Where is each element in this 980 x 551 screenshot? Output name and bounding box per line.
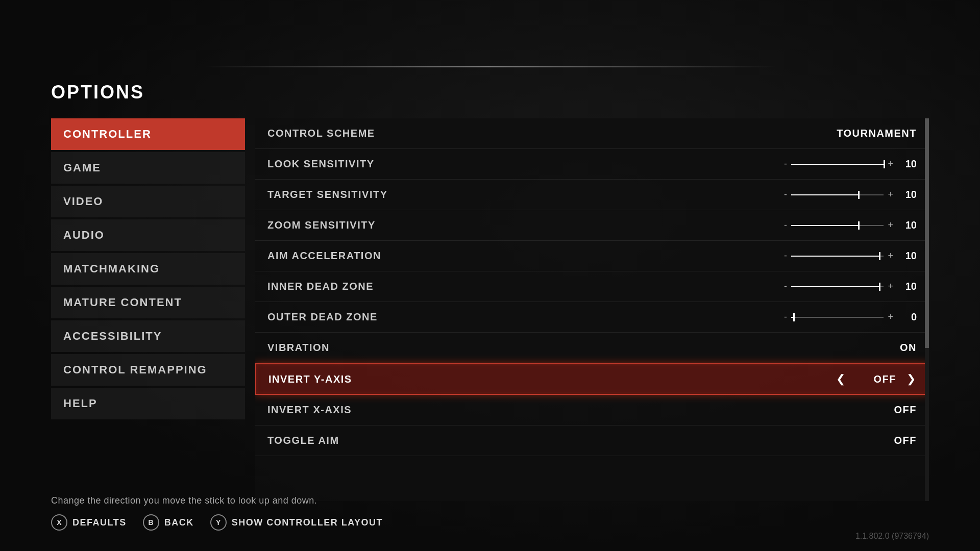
slider-minus-outer-dead-zone: -: [784, 312, 787, 322]
menu-item-game[interactable]: GAME: [51, 152, 245, 184]
setting-row-invert-y-axis[interactable]: INVERT Y-AXIS❮OFF❯: [255, 363, 929, 395]
menu-item-matchmaking[interactable]: MATCHMAKING: [51, 253, 245, 285]
top-divider: [204, 66, 776, 67]
slider-value-aim-acceleration: 10: [901, 250, 917, 262]
slider-minus-zoom-sensitivity: -: [784, 220, 787, 231]
slider-outer-dead-zone[interactable]: -+0: [784, 311, 917, 323]
setting-row-aim-acceleration: AIM ACCELERATION-+10: [255, 241, 929, 271]
setting-label-invert-y-axis: INVERT Y-AXIS: [268, 373, 836, 385]
slider-value-look-sensitivity: 10: [901, 158, 917, 170]
btn-key-defaults: X: [51, 514, 67, 531]
setting-label-control-scheme: CONTROL SCHEME: [267, 128, 837, 139]
menu-item-controller[interactable]: CONTROLLER: [51, 118, 245, 150]
menu-item-mature-content[interactable]: MATURE CONTENT: [51, 287, 245, 318]
setting-value-vibration: ON: [876, 342, 917, 354]
slider-target-sensitivity[interactable]: -+10: [784, 189, 917, 201]
menu-item-video[interactable]: VIDEO: [51, 186, 245, 217]
slider-track-look-sensitivity[interactable]: [791, 164, 884, 165]
setting-label-zoom-sensitivity: ZOOM SENSITIVITY: [267, 219, 784, 231]
hint-btn-show-controller[interactable]: YSHOW CONTROLLER LAYOUT: [210, 514, 383, 531]
slider-track-outer-dead-zone[interactable]: [791, 317, 884, 318]
scrollbar-thumb[interactable]: [925, 118, 929, 348]
slider-track-target-sensitivity[interactable]: [791, 194, 884, 195]
slider-plus-aim-acceleration: +: [888, 251, 893, 261]
content-layout: CONTROLLERGAMEVIDEOAUDIOMATCHMAKINGMATUR…: [51, 118, 929, 501]
setting-row-look-sensitivity: LOOK SENSITIVITY-+10: [255, 149, 929, 180]
btn-label-show-controller: SHOW CONTROLLER LAYOUT: [232, 517, 383, 528]
slider-plus-target-sensitivity: +: [888, 189, 893, 200]
slider-minus-look-sensitivity: -: [784, 159, 787, 169]
slider-value-target-sensitivity: 10: [901, 189, 917, 201]
setting-value-control-scheme: TOURNAMENT: [837, 128, 917, 139]
slider-value-outer-dead-zone: 0: [901, 311, 917, 323]
slider-track-zoom-sensitivity[interactable]: [791, 225, 884, 226]
button-hints: XDEFAULTSBBACKYSHOW CONTROLLER LAYOUT: [51, 514, 929, 531]
setting-label-look-sensitivity: LOOK SENSITIVITY: [267, 158, 784, 170]
arrow-left-invert-y-axis[interactable]: ❮: [836, 372, 845, 386]
slider-track-aim-acceleration[interactable]: [791, 256, 884, 257]
right-panel: CONTROL SCHEMETOURNAMENTLOOK SENSITIVITY…: [255, 118, 929, 501]
setting-value-toggle-aim: OFF: [876, 435, 917, 446]
slider-zoom-sensitivity[interactable]: -+10: [784, 219, 917, 231]
setting-row-vibration: VIBRATIONON: [255, 333, 929, 363]
slider-minus-aim-acceleration: -: [784, 251, 787, 261]
slider-look-sensitivity[interactable]: -+10: [784, 158, 917, 170]
setting-row-control-scheme: CONTROL SCHEMETOURNAMENT: [255, 118, 929, 149]
settings-list[interactable]: CONTROL SCHEMETOURNAMENTLOOK SENSITIVITY…: [255, 118, 929, 501]
slider-value-inner-dead-zone: 10: [901, 281, 917, 292]
slider-plus-outer-dead-zone: +: [888, 312, 893, 322]
slider-aim-acceleration[interactable]: -+10: [784, 250, 917, 262]
setting-row-outer-dead-zone: OUTER DEAD ZONE-+0: [255, 302, 929, 333]
btn-key-back: B: [143, 514, 159, 531]
slider-minus-inner-dead-zone: -: [784, 281, 787, 292]
page-title: OPTIONS: [51, 82, 929, 103]
arrow-control-invert-y-axis[interactable]: ❮OFF❯: [836, 372, 916, 386]
hint-btn-back[interactable]: BBACK: [143, 514, 194, 531]
btn-key-show-controller: Y: [210, 514, 227, 531]
left-menu: CONTROLLERGAMEVIDEOAUDIOMATCHMAKINGMATUR…: [51, 118, 245, 501]
setting-label-vibration: VIBRATION: [267, 342, 876, 354]
setting-label-toggle-aim: TOGGLE AIM: [267, 435, 876, 446]
setting-label-target-sensitivity: TARGET SENSITIVITY: [267, 189, 784, 201]
scrollbar-track: [925, 118, 929, 501]
setting-label-inner-dead-zone: INNER DEAD ZONE: [267, 281, 784, 292]
setting-label-aim-acceleration: AIM ACCELERATION: [267, 250, 784, 262]
slider-plus-zoom-sensitivity: +: [888, 220, 893, 231]
version-text: 1.1.802.0 (9736794): [855, 532, 929, 541]
hint-description: Change the direction you move the stick …: [51, 495, 929, 506]
menu-item-audio[interactable]: AUDIO: [51, 219, 245, 251]
slider-value-zoom-sensitivity: 10: [901, 219, 917, 231]
setting-label-outer-dead-zone: OUTER DEAD ZONE: [267, 311, 784, 323]
btn-label-defaults: DEFAULTS: [72, 517, 127, 528]
setting-row-zoom-sensitivity: ZOOM SENSITIVITY-+10: [255, 210, 929, 241]
setting-row-invert-x-axis: INVERT X-AXISOFF: [255, 395, 929, 425]
setting-value-invert-y-axis: OFF: [855, 373, 896, 385]
slider-plus-inner-dead-zone: +: [888, 281, 893, 292]
slider-track-inner-dead-zone[interactable]: [791, 286, 884, 287]
slider-inner-dead-zone[interactable]: -+10: [784, 281, 917, 292]
hint-btn-defaults[interactable]: XDEFAULTS: [51, 514, 127, 531]
menu-item-control-remapping[interactable]: CONTROL REMAPPING: [51, 354, 245, 386]
menu-item-help[interactable]: HELP: [51, 388, 245, 419]
main-container: OPTIONS CONTROLLERGAMEVIDEOAUDIOMATCHMAK…: [51, 82, 929, 510]
setting-row-target-sensitivity: TARGET SENSITIVITY-+10: [255, 180, 929, 210]
setting-value-invert-x-axis: OFF: [876, 404, 917, 416]
setting-row-inner-dead-zone: INNER DEAD ZONE-+10: [255, 271, 929, 302]
bottom-bar: Change the direction you move the stick …: [51, 495, 929, 531]
setting-label-invert-x-axis: INVERT X-AXIS: [267, 404, 876, 416]
menu-item-accessibility[interactable]: ACCESSIBILITY: [51, 320, 245, 352]
slider-plus-look-sensitivity: +: [888, 159, 893, 169]
arrow-right-invert-y-axis[interactable]: ❯: [906, 372, 916, 386]
setting-row-toggle-aim: TOGGLE AIMOFF: [255, 425, 929, 456]
slider-minus-target-sensitivity: -: [784, 189, 787, 200]
btn-label-back: BACK: [164, 517, 194, 528]
